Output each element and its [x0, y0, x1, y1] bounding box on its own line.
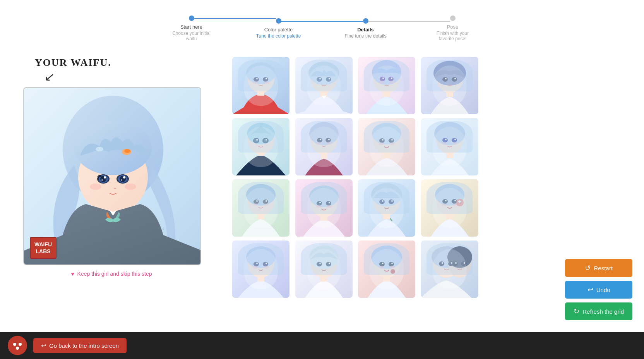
grid-item-1[interactable]: [232, 57, 289, 114]
svg-point-87: [436, 125, 463, 154]
anime-mini-11: [358, 179, 415, 237]
anime-mini-16: [421, 240, 478, 298]
svg-point-130: [454, 200, 456, 201]
svg-point-70: [325, 138, 331, 143]
svg-point-26: [265, 78, 267, 79]
refresh-grid-button[interactable]: ↻ Refresh the grid: [565, 302, 632, 320]
svg-point-73: [316, 142, 321, 145]
restart-button[interactable]: ↺ Restart: [565, 259, 632, 277]
svg-point-43: [382, 77, 384, 79]
svg-point-169: [439, 261, 444, 266]
grid-item-6[interactable]: [295, 118, 353, 175]
svg-point-69: [317, 138, 322, 143]
grid-item-7[interactable]: [358, 118, 415, 175]
grid-item-2[interactable]: [295, 57, 353, 114]
svg-point-98: [246, 184, 276, 206]
svg-point-139: [263, 262, 268, 266]
svg-point-89: [442, 138, 448, 143]
back-button-label: Go back to the intro screen: [49, 342, 119, 349]
keep-girl-link[interactable]: ♥ Keep this girl and skip this step: [23, 271, 201, 277]
svg-point-132: [452, 203, 458, 206]
svg-point-146: [310, 248, 337, 278]
svg-point-118: [371, 183, 402, 206]
grid-item-4[interactable]: [421, 57, 478, 114]
svg-point-83: [379, 142, 384, 145]
undo-label: Undo: [596, 287, 610, 293]
svg-point-91: [445, 139, 447, 140]
svg-point-28: [263, 81, 269, 84]
svg-point-67: [310, 125, 337, 154]
svg-point-148: [317, 262, 322, 266]
grid-item-8[interactable]: [421, 118, 478, 175]
arrow-decoration: ↙: [44, 69, 55, 84]
anime-mini-15: [358, 240, 415, 298]
svg-point-54: [454, 78, 456, 79]
svg-point-173: [452, 261, 458, 266]
svg-point-35: [319, 78, 321, 79]
svg-point-110: [326, 201, 331, 206]
svg-rect-75: [321, 153, 327, 159]
svg-point-177: [13, 343, 16, 346]
svg-point-109: [317, 201, 322, 206]
svg-point-151: [329, 263, 330, 264]
svg-point-61: [254, 139, 258, 143]
step-label-color: Color palette: [264, 27, 293, 33]
anime-mini-14: [295, 240, 353, 298]
svg-point-14: [121, 179, 122, 181]
step-pose: Pose Finish with your favorite pose!: [409, 15, 496, 41]
svg-rect-55: [446, 91, 453, 97]
grid-item-16[interactable]: [421, 240, 478, 298]
back-to-intro-button[interactable]: ↩ Go back to the intro screen: [33, 338, 127, 353]
svg-point-158: [382, 263, 384, 264]
svg-point-163: [391, 269, 395, 274]
grid-item-3[interactable]: [358, 57, 415, 114]
svg-point-165: [433, 248, 460, 278]
grid-item-9[interactable]: [232, 179, 289, 237]
step-line-2: [281, 21, 363, 22]
grid-item-15[interactable]: [358, 240, 415, 298]
svg-point-114: [327, 205, 332, 208]
svg-point-141: [265, 263, 267, 264]
svg-point-156: [379, 262, 385, 266]
anime-mini-9: [232, 179, 289, 237]
grid-item-11[interactable]: [358, 179, 415, 237]
keep-girl-text: Keep this girl and skip this step: [77, 271, 152, 277]
step-sublabel-start: Choose your initial waifu: [172, 31, 211, 41]
grid-item-13[interactable]: [232, 240, 289, 298]
grid-item-10[interactable]: [295, 179, 353, 237]
anime-mini-6: [295, 118, 353, 175]
svg-point-53: [445, 78, 447, 79]
undo-button[interactable]: ↩ Undo: [565, 281, 632, 299]
step-label-details: Details: [357, 27, 374, 33]
svg-point-100: [263, 199, 268, 204]
step-dot-color: [276, 18, 281, 24]
svg-point-34: [326, 77, 331, 82]
svg-point-134: [456, 199, 464, 206]
svg-point-15: [90, 184, 101, 190]
svg-point-155: [371, 246, 402, 269]
svg-point-150: [319, 263, 321, 264]
svg-point-59: [253, 138, 259, 143]
svg-point-175: [455, 262, 457, 264]
svg-point-166: [432, 246, 461, 268]
svg-point-27: [252, 81, 259, 84]
svg-rect-162: [383, 276, 390, 282]
svg-point-88: [434, 122, 465, 145]
svg-point-42: [388, 77, 394, 81]
svg-point-24: [263, 77, 268, 82]
svg-rect-105: [257, 213, 264, 219]
step-dot-start: [189, 15, 194, 21]
svg-rect-65: [257, 150, 264, 156]
svg-point-120: [389, 199, 394, 204]
svg-point-113: [316, 205, 321, 208]
svg-rect-85: [383, 152, 390, 158]
grid-item-5[interactable]: [232, 118, 289, 175]
main-content: YOUR WAIFU. ↙: [0, 49, 644, 298]
svg-point-161: [389, 266, 395, 269]
svg-point-154: [373, 248, 400, 278]
grid-item-12[interactable]: [421, 179, 478, 237]
grid-item-14[interactable]: [295, 240, 353, 298]
svg-point-45: [378, 81, 384, 84]
svg-point-23: [253, 77, 259, 82]
step-dot-pose: [450, 15, 456, 21]
